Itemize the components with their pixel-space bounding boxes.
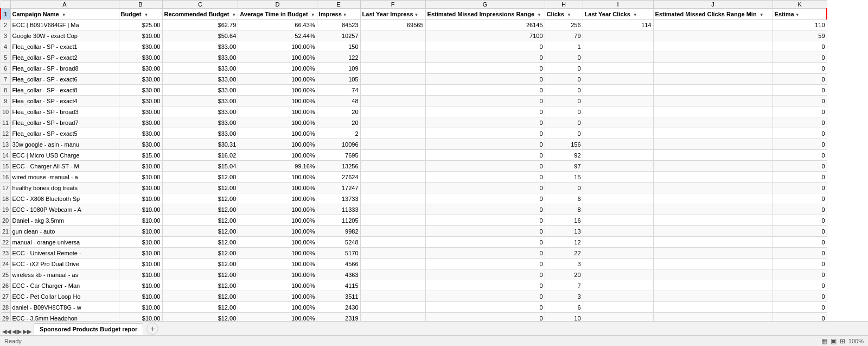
data-cell[interactable]: ECC - Pet Collar Loop Ho [10,291,119,302]
filter-arrow-h[interactable]: ▼ [567,12,571,17]
filter-arrow-i[interactable]: ▼ [633,12,637,17]
data-cell[interactable] [360,237,425,248]
data-cell[interactable]: 20 [317,106,360,117]
data-cell[interactable]: $16.02 [162,150,238,161]
tab-scroll-left-left[interactable]: ◀◀ [2,328,11,335]
data-cell[interactable]: gun clean - auto [10,226,119,237]
data-cell[interactable]: 100.00% [238,183,317,193]
header-estimated-k[interactable]: Estima▼ [773,9,827,20]
data-cell[interactable] [360,52,425,63]
data-cell[interactable]: 6 [545,193,583,204]
data-cell[interactable]: 100.00% [238,215,317,226]
sheet-tab-active[interactable]: Sponsored Products Budget repor [34,323,143,335]
data-cell[interactable] [653,269,773,280]
data-cell[interactable] [360,96,425,106]
data-cell[interactable]: 15 [545,172,583,183]
data-cell[interactable] [653,259,773,269]
data-cell[interactable] [653,237,773,248]
data-cell[interactable]: 22 [545,248,583,259]
data-cell[interactable]: $10.00 [119,215,162,226]
data-cell[interactable]: 79 [545,30,583,41]
data-cell[interactable] [583,52,653,63]
data-cell[interactable]: 11205 [317,215,360,226]
data-cell[interactable] [653,215,773,226]
data-cell[interactable]: 0 [545,74,583,85]
data-cell[interactable]: 100.00% [238,269,317,280]
data-cell[interactable]: $30.00 [119,85,162,96]
data-cell[interactable]: 0 [425,106,545,117]
data-cell[interactable]: $30.31 [162,139,238,150]
col-header-c[interactable]: C [162,1,238,9]
tab-scroll-right[interactable]: ▶ [17,328,22,335]
data-cell[interactable]: 0 [773,150,827,161]
data-cell[interactable]: $12.00 [162,248,238,259]
data-cell[interactable] [583,226,653,237]
col-header-d[interactable]: D [238,1,317,9]
filter-arrow-j[interactable]: ▼ [760,12,764,17]
data-cell[interactable]: 0 [425,302,545,313]
header-last-year-clicks[interactable]: Last Year Clicks ▼ [583,9,653,20]
data-cell[interactable]: 59 [773,30,827,41]
data-cell[interactable]: $12.00 [162,172,238,183]
data-cell[interactable]: 110 [773,20,827,30]
data-cell[interactable] [583,139,653,150]
col-header-a[interactable]: A [10,1,119,9]
data-cell[interactable]: $10.00 [119,248,162,259]
data-cell[interactable]: 2 [317,128,360,139]
page-break-button[interactable]: ⊞ [840,337,845,345]
data-cell[interactable]: 92 [545,150,583,161]
data-cell[interactable]: 100.00% [238,204,317,215]
data-cell[interactable] [653,128,773,139]
data-cell[interactable]: 0 [773,313,827,322]
data-cell[interactable] [360,41,425,52]
data-cell[interactable] [653,52,773,63]
data-cell[interactable]: $12.00 [162,193,238,204]
data-cell[interactable]: 7 [545,280,583,291]
data-cell[interactable] [653,302,773,313]
data-cell[interactable] [360,161,425,172]
data-cell[interactable]: 100.00% [238,106,317,117]
data-cell[interactable]: Flea_collar - SP - broad3 [10,106,119,117]
data-cell[interactable]: ECC - X808 Bluetooth Sp [10,193,119,204]
data-cell[interactable]: 100.00% [238,248,317,259]
data-cell[interactable]: 4363 [317,269,360,280]
data-cell[interactable]: 0 [773,161,827,172]
data-cell[interactable]: $30.00 [119,139,162,150]
data-cell[interactable] [653,204,773,215]
data-cell[interactable]: 3 [545,259,583,269]
data-cell[interactable]: 0 [425,85,545,96]
normal-view-button[interactable]: ▦ [821,337,827,345]
data-cell[interactable]: 0 [545,85,583,96]
data-cell[interactable]: 150 [317,41,360,52]
data-cell[interactable]: $10.00 [119,183,162,193]
data-cell[interactable]: $33.00 [162,85,238,96]
data-cell[interactable]: 7695 [317,150,360,161]
data-cell[interactable]: 100.00% [238,259,317,269]
data-cell[interactable]: $62.79 [162,20,238,30]
data-cell[interactable]: ECC | B091V684GF | Ma [10,20,119,30]
data-cell[interactable]: $30.00 [119,128,162,139]
data-cell[interactable]: 0 [545,128,583,139]
data-cell[interactable] [653,172,773,183]
data-cell[interactable]: 5248 [317,237,360,248]
data-cell[interactable]: 84523 [317,20,360,30]
filter-arrow-e[interactable]: ▼ [343,12,347,17]
col-header-k[interactable]: K [773,1,827,9]
data-cell[interactable]: 0 [773,204,827,215]
data-cell[interactable]: 17247 [317,183,360,193]
data-cell[interactable]: 0 [425,161,545,172]
data-cell[interactable]: $12.00 [162,204,238,215]
data-cell[interactable] [653,280,773,291]
data-cell[interactable] [583,117,653,128]
data-cell[interactable]: 100.00% [238,302,317,313]
data-cell[interactable] [360,291,425,302]
data-cell[interactable]: 0 [773,226,827,237]
data-cell[interactable]: Flea_collar - SP - broad7 [10,117,119,128]
data-cell[interactable]: $12.00 [162,259,238,269]
data-cell[interactable]: 0 [773,117,827,128]
data-cell[interactable] [653,85,773,96]
data-cell[interactable]: ECC - Car Charger - Man [10,280,119,291]
header-clicks[interactable]: Clicks ▼ [545,9,583,20]
data-cell[interactable] [583,193,653,204]
data-cell[interactable] [583,30,653,41]
